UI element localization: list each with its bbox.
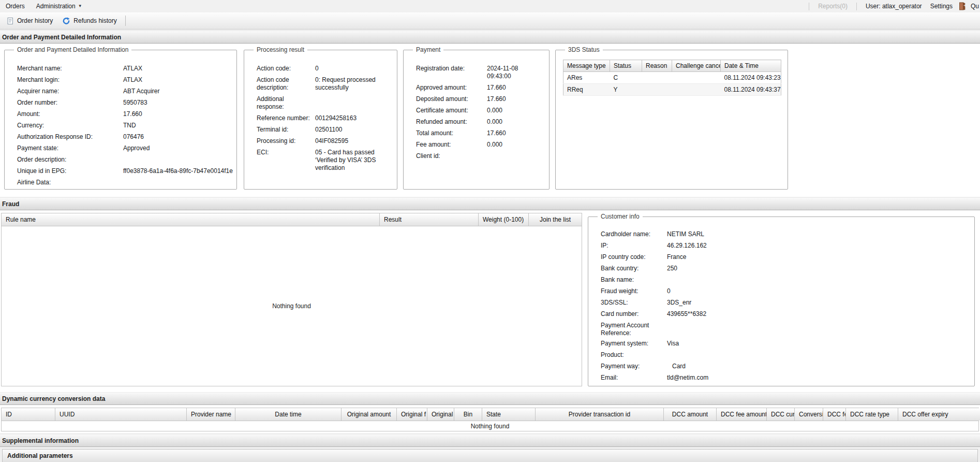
fraud-empty-text: Nothing found xyxy=(272,302,311,310)
dcc-header-row: ID UUID Provider name Date time Original… xyxy=(2,408,978,421)
settings-button[interactable]: Settings xyxy=(926,3,957,10)
fraud-col-result[interactable]: Result xyxy=(380,213,479,226)
section-header-dcc[interactable]: Dynamic currency conversion data xyxy=(0,392,980,405)
payment-groupbox: Payment Registration date:2024-11-08 09:… xyxy=(403,50,550,190)
three-ds-col-reason[interactable]: Reason xyxy=(642,60,672,72)
quit-button[interactable]: Qu xyxy=(970,3,979,10)
field-label: Terminal id: xyxy=(257,126,315,134)
field-row: Certificate amount:0.000 xyxy=(416,107,544,114)
dcc-col-dcc-currency[interactable]: DCC curr xyxy=(767,408,795,421)
refunds-history-button[interactable]: Refunds history xyxy=(57,15,121,27)
section-header-main[interactable]: Order and Payment Detailed Information xyxy=(0,31,980,44)
chevron-down-icon: ▼ xyxy=(78,4,82,8)
field-row: Payment state:Approved xyxy=(17,145,231,152)
refunds-history-label: Refunds history xyxy=(73,17,116,24)
cell-challenge-cancel xyxy=(672,72,721,84)
customer-info-legend: Customer info xyxy=(598,213,643,220)
dcc-col-dcc-rate-type[interactable]: DCC rate type xyxy=(846,408,898,421)
cell-status: C xyxy=(610,72,642,84)
section-header-additional-parameters-label: Additional parameters xyxy=(7,452,73,459)
field-row: Unique id in EPG:ff0e3878-6a1a-4f6a-89fc… xyxy=(17,167,231,175)
field-row: IP country code:France xyxy=(601,253,969,261)
field-row: Merchant name:ATLAX xyxy=(17,65,231,73)
field-value: 250 xyxy=(667,265,969,272)
cell-reason xyxy=(642,72,672,84)
payment-legend: Payment xyxy=(413,46,443,53)
field-label: Cardholder name: xyxy=(601,230,667,238)
dcc-col-conversion[interactable]: Conversi xyxy=(795,408,823,421)
fraud-col-join-list[interactable]: Join the list xyxy=(529,213,582,226)
menu-administration[interactable]: Administration ▼ xyxy=(31,0,88,12)
field-value: 0 xyxy=(315,65,389,73)
field-label: Certificate amount: xyxy=(416,107,487,114)
field-row: Processing id:04IF082595 xyxy=(257,137,392,145)
field-label: Action code description: xyxy=(257,76,315,92)
menu-administration-label: Administration xyxy=(36,3,76,10)
dcc-col-original-fee[interactable]: Original f xyxy=(397,408,427,421)
field-value: NETIM SARL xyxy=(667,230,969,238)
field-label: ECI: xyxy=(257,149,315,156)
dcc-col-original-currency[interactable]: Original c xyxy=(427,408,454,421)
dcc-col-original-amount[interactable]: Original amount xyxy=(341,408,397,421)
fraud-table-body: Nothing found xyxy=(2,226,582,386)
dcc-col-dcc-fee-amount[interactable]: DCC fee amount xyxy=(717,408,767,421)
dcc-col-provider-transaction-id[interactable]: Provider transaction id xyxy=(536,408,664,421)
three-ds-table: Message type Status Reason Challenge can… xyxy=(563,60,781,96)
three-ds-col-status[interactable]: Status xyxy=(610,60,642,72)
dcc-col-date-time[interactable]: Date time xyxy=(235,408,341,421)
fraud-col-rule-name[interactable]: Rule name xyxy=(2,213,380,226)
field-value: 001294258163 xyxy=(315,114,389,122)
field-value: 0: Request processed successfully xyxy=(315,76,389,92)
three-ds-col-message-type[interactable]: Message type xyxy=(563,60,610,72)
menu-bar-right: Reports(0) User: atlax_operator Settings… xyxy=(804,2,980,10)
field-value: ff0e3878-6a1a-4f6a-89fc-7b47e0014f1e xyxy=(123,167,233,175)
menu-orders[interactable]: Orders xyxy=(0,0,31,12)
reports-button[interactable]: Reports(0) xyxy=(814,3,852,10)
field-label: Fraud weight: xyxy=(601,287,667,295)
section-header-supplemental[interactable]: Supplemental information xyxy=(0,434,980,447)
field-row: Fraud weight:0 xyxy=(601,287,969,295)
field-label: Refunded amount: xyxy=(416,118,487,126)
field-row: Acquirer name:ABT Acquirer xyxy=(17,88,231,95)
processing-result-legend: Processing result xyxy=(254,46,307,53)
dcc-col-bin[interactable]: Bin xyxy=(454,408,482,421)
dcc-col-provider-name[interactable]: Provider name xyxy=(187,408,235,421)
field-row: Registration date:2024-11-08 09:43:00 xyxy=(416,65,544,80)
field-label: Registration date: xyxy=(416,65,487,73)
door-exit-icon[interactable] xyxy=(959,2,967,10)
field-label: Airline Data: xyxy=(17,179,123,186)
document-icon xyxy=(7,17,14,25)
order-history-label: Order history xyxy=(17,17,53,24)
order-info-groupbox: Order and Payment Detailed Information M… xyxy=(4,50,237,190)
three-ds-row[interactable]: ARes C 08.11.2024 09:43:23 xyxy=(563,72,781,84)
three-ds-col-challenge-cancel[interactable]: Challenge cancel xyxy=(672,60,721,72)
field-row: Bank name: xyxy=(601,276,969,284)
dcc-col-id[interactable]: ID xyxy=(2,408,55,421)
dcc-col-dcc-fee[interactable]: DCC fee xyxy=(823,408,846,421)
field-value: 17.660 xyxy=(487,95,544,103)
dcc-col-state[interactable]: State xyxy=(482,408,536,421)
three-ds-col-date-time[interactable]: Date & Time xyxy=(721,60,781,72)
field-label: Payment state: xyxy=(17,145,123,152)
toolbar-separator xyxy=(125,16,126,26)
field-row: Email:tld@netim.com xyxy=(601,374,969,382)
cell-challenge-cancel xyxy=(672,84,721,96)
fraud-col-weight[interactable]: Weight (0-100) xyxy=(479,213,529,226)
field-row: Currency:TND xyxy=(17,122,231,129)
field-label: Processing id: xyxy=(257,137,315,145)
dcc-col-dcc-offer-expiry[interactable]: DCC offer expiry xyxy=(898,408,980,421)
field-label: Amount: xyxy=(17,110,123,118)
dcc-col-dcc-amount[interactable]: DCC amount xyxy=(664,408,717,421)
section-header-additional-parameters[interactable]: Additional parameters xyxy=(2,449,978,462)
order-history-button[interactable]: Order history xyxy=(2,15,57,27)
section-header-fraud[interactable]: Fraud xyxy=(0,197,980,210)
field-row: Payment Account Reference: xyxy=(601,322,969,337)
field-row: Refunded amount:0.000 xyxy=(416,118,544,126)
three-ds-row[interactable]: RReq Y 08.11.2024 09:43:37 xyxy=(563,84,781,96)
dcc-col-uuid[interactable]: UUID xyxy=(55,408,187,421)
processing-result-groupbox: Processing result Action code:0 Action c… xyxy=(244,50,397,190)
refresh-icon xyxy=(62,17,70,25)
field-value: 0 xyxy=(667,287,969,295)
field-value: 2024-11-08 09:43:00 xyxy=(487,65,544,80)
field-row: Payment way:Card xyxy=(601,363,969,370)
